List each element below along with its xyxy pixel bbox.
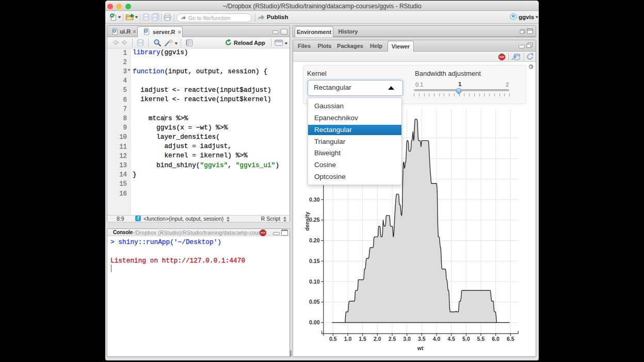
svg-text:0.5: 0.5 [329,336,337,342]
svg-text:R: R [113,29,116,33]
svg-text:STOP: STOP [261,232,265,234]
svg-text:2.0: 2.0 [374,336,381,342]
svg-text:wt: wt [417,345,424,351]
svg-text:density: density [304,211,310,231]
svg-text:0.25: 0.25 [309,217,320,223]
svg-text:4.5: 4.5 [447,336,455,342]
svg-text:2.5: 2.5 [389,336,396,342]
svg-text:6.0: 6.0 [492,336,500,342]
svg-text:0.20: 0.20 [309,237,320,243]
svg-text:5.0: 5.0 [462,336,470,342]
svg-text:0.10: 0.10 [309,278,320,285]
svg-text:0.30: 0.30 [309,196,320,203]
svg-text:0.05: 0.05 [309,299,320,305]
svg-text:R: R [144,29,147,33]
svg-text:1.0: 1.0 [344,336,352,342]
svg-text:3.5: 3.5 [418,336,426,342]
svg-text:6.5: 6.5 [507,336,514,342]
svg-text:0.15: 0.15 [309,258,320,264]
svg-text:3.0: 3.0 [403,336,411,342]
svg-text:5.5: 5.5 [477,336,485,342]
svg-text:4.0: 4.0 [433,336,441,342]
svg-text:0.00: 0.00 [309,319,320,325]
svg-text:STOP: STOP [500,56,505,58]
svg-text:R: R [512,14,515,19]
svg-text:1.5: 1.5 [359,336,366,342]
